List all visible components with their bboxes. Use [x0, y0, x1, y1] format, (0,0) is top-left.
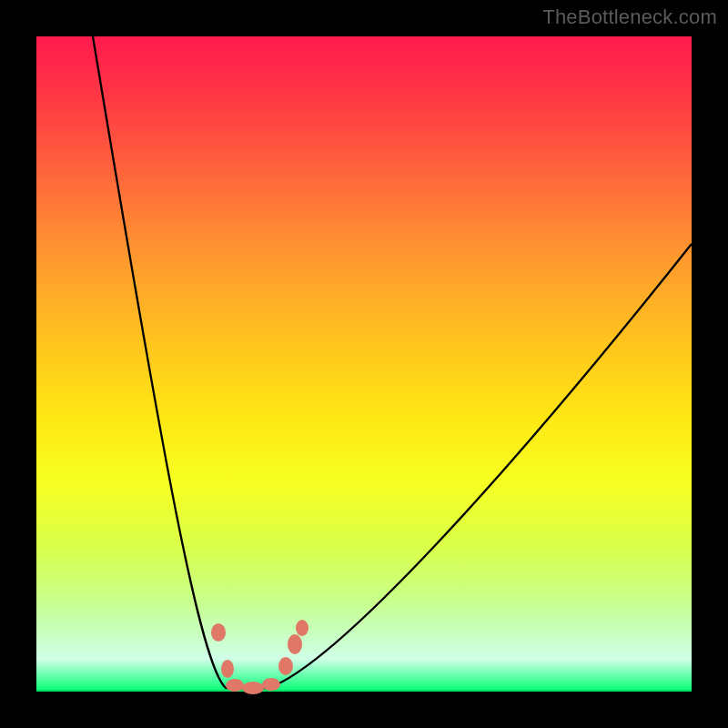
curve-layer [36, 36, 692, 692]
plot-area [36, 36, 692, 692]
curve-marker [288, 634, 302, 654]
watermark-label: TheBottleneck.com [542, 5, 717, 29]
curve-marker [278, 657, 293, 675]
bottleneck-curve [93, 36, 692, 688]
curve-marker [211, 623, 226, 642]
chart-frame: TheBottleneck.com [0, 0, 728, 728]
marker-group [211, 620, 308, 694]
curve-marker [221, 660, 234, 678]
curve-marker [226, 679, 244, 692]
curve-marker [262, 678, 280, 691]
curve-marker [242, 682, 264, 694]
curve-marker [296, 620, 308, 636]
